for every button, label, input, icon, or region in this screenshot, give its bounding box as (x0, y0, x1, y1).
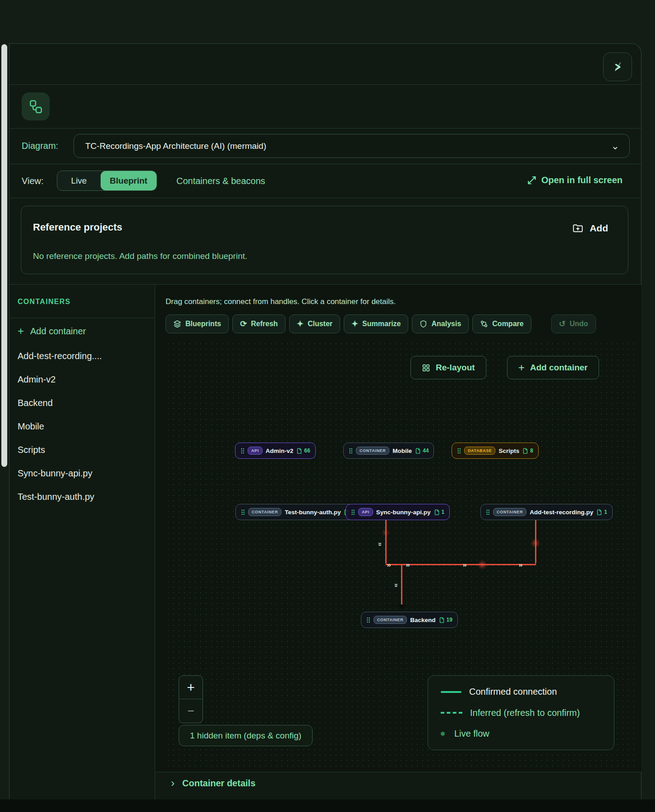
diagram-selected-value: TC-Recordings-App Architecture (AI) (mer… (85, 141, 266, 151)
legend-live-flow-label: Live flow (454, 729, 489, 739)
diagram-select[interactable]: TC-Recordings-App Architecture (AI) (mer… (74, 134, 630, 158)
edge-down-to-backend (401, 565, 402, 606)
zoom-controls: + − (179, 675, 203, 723)
refresh-label: Refresh (251, 320, 278, 328)
canvas-node-sync-bunny-api[interactable]: API Sync-bunny-api.py 1 (346, 504, 450, 520)
zoom-in-button[interactable]: + (179, 676, 203, 699)
undo-icon: ↺ (559, 320, 566, 328)
canvas-hint: Drag containers; connect from handles. C… (166, 297, 396, 306)
legend-row-inferred: Inferred (refresh to confirm) (441, 708, 601, 718)
minus-icon: − (187, 705, 194, 717)
cluster-button[interactable]: ✦ Cluster (289, 314, 340, 333)
flow-marker-icon: ›› (406, 562, 409, 568)
file-icon (434, 509, 440, 515)
sidebar-divider (9, 318, 154, 318)
zoom-out-button[interactable]: − (179, 699, 203, 723)
sidebar-item-scripts[interactable]: Scripts (18, 438, 102, 461)
node-name: Test-bunny-auth.py (285, 509, 341, 516)
blueprints-label: Blueprints (185, 320, 221, 328)
container-details-toggle[interactable]: › Container details (171, 778, 255, 789)
canvas-node-test-bunny-auth[interactable]: CONTAINER Test-bunny-auth.py 1 (235, 504, 360, 520)
container-details-label: Container details (182, 778, 255, 789)
edge-sync-bunny-to-backend (385, 520, 387, 564)
chevron-down-icon: ⌄ (611, 141, 619, 151)
canvas-node-admin-v2[interactable]: API Admin-v2 66 (235, 443, 316, 459)
legend-confirmed-label: Confirmed connection (469, 687, 557, 697)
hidden-items-button[interactable]: 1 hidden item (deps & config) (179, 725, 313, 746)
reference-projects-card: Reference projects Add No reference proj… (21, 206, 628, 274)
diagram-app-window: Diagram: TC-Recordings-App Architecture … (0, 0, 655, 812)
legend-inferred-label: Inferred (refresh to confirm) (470, 708, 580, 718)
reference-projects-empty-message: No reference projects. Add paths for com… (33, 251, 247, 261)
vertical-scrollbar[interactable] (1, 44, 7, 467)
canvas-node-add-test-recording[interactable]: CONTAINER Add-test-recording.py 1 (480, 504, 613, 520)
sidebar-item-mobile[interactable]: Mobile (18, 415, 102, 438)
open-fullscreen-label: Open in full screen (541, 175, 623, 185)
view-toggle: Live Blueprint (57, 171, 157, 191)
view-label: View: (22, 176, 44, 186)
canvas-add-container-label: Add container (530, 363, 588, 373)
bottom-bar (0, 799, 655, 812)
sidebar-item-backend[interactable]: Backend (18, 391, 102, 415)
sidebar-add-container-button[interactable]: + Add container (18, 326, 86, 337)
file-icon (415, 448, 421, 454)
drag-handle-icon (349, 448, 353, 454)
workflow-icon (28, 98, 44, 115)
view-mode-caption: Containers & beacons (176, 176, 265, 186)
blueprints-button[interactable]: Blueprints (166, 314, 229, 333)
summarize-button[interactable]: ✦ Summarize (344, 314, 408, 333)
drag-handle-icon (351, 509, 355, 516)
sparkles-icon: ✦ (297, 320, 304, 328)
solid-line-swatch (441, 691, 461, 693)
view-toggle-blueprint[interactable]: Blueprint (101, 171, 157, 190)
analysis-button[interactable]: Analysis (412, 314, 469, 333)
divider (155, 772, 641, 772)
refresh-button[interactable]: ⟳ Refresh (232, 314, 286, 333)
sidebar-item-admin-v2[interactable]: Admin-v2 (18, 368, 102, 391)
canvas-toolbar: Blueprints ⟳ Refresh ✦ Cluster ✦ Summari… (166, 314, 596, 333)
node-name: Mobile (392, 448, 412, 454)
sidebar-container-list: Add-test-recording.... Admin-v2 Backend … (18, 344, 102, 508)
flow-marker-icon: ›› (463, 562, 466, 568)
flow-marker-icon: ›› (377, 542, 383, 545)
workflow-logo-tile (22, 92, 50, 120)
legend-row-live-flow: Live flow (441, 729, 601, 739)
live-flow-particle (533, 540, 538, 546)
refresh-icon: ⟳ (240, 320, 247, 328)
canvas-add-container-button[interactable]: + Add container (507, 356, 599, 379)
node-type-badge: CONTAINER (374, 616, 407, 624)
drag-handle-icon (240, 448, 244, 454)
node-type-badge: API (248, 447, 263, 455)
file-icon (439, 617, 445, 623)
edge-arrowhead (398, 604, 406, 610)
shield-icon (420, 320, 427, 328)
undo-button[interactable]: ↺ Undo (551, 314, 596, 333)
relayout-button[interactable]: Re-layout (411, 356, 486, 379)
canvas-node-backend[interactable]: CONTAINER Backend 19 (361, 612, 458, 628)
view-toggle-live[interactable]: Live (57, 171, 101, 190)
node-type-badge: CONTAINER (356, 447, 389, 455)
node-type-badge: API (358, 508, 373, 516)
compare-label: Compare (492, 320, 523, 328)
expand-icon: ⤢ (528, 175, 536, 185)
plus-icon: + (518, 362, 525, 373)
compare-button[interactable]: Compare (472, 314, 531, 333)
sidebar-item-test-bunny-auth[interactable]: Test-bunny-auth.py (18, 485, 102, 508)
analysis-label: Analysis (431, 320, 461, 328)
collapse-panel-button[interactable] (603, 52, 632, 81)
file-icon (296, 448, 302, 454)
sidebar-item-add-test-recording[interactable]: Add-test-recording.... (18, 344, 102, 368)
reference-projects-add-button[interactable]: Add (572, 222, 608, 234)
flow-marker-icon: ›› (387, 562, 390, 568)
drag-handle-icon (457, 448, 461, 454)
divider (9, 84, 641, 85)
plus-icon: + (18, 326, 24, 337)
canvas-node-scripts[interactable]: DATABASE Scripts 8 (452, 443, 539, 459)
relayout-label: Re-layout (436, 363, 475, 373)
canvas-node-mobile[interactable]: CONTAINER Mobile 44 (343, 443, 434, 459)
divider (9, 164, 641, 164)
sidebar-item-sync-bunny-api[interactable]: Sync-bunny-api.py (18, 461, 102, 485)
diagram-label: Diagram: (22, 141, 58, 151)
node-file-count: 44 (423, 448, 429, 454)
open-fullscreen-link[interactable]: ⤢ Open in full screen (528, 175, 623, 185)
